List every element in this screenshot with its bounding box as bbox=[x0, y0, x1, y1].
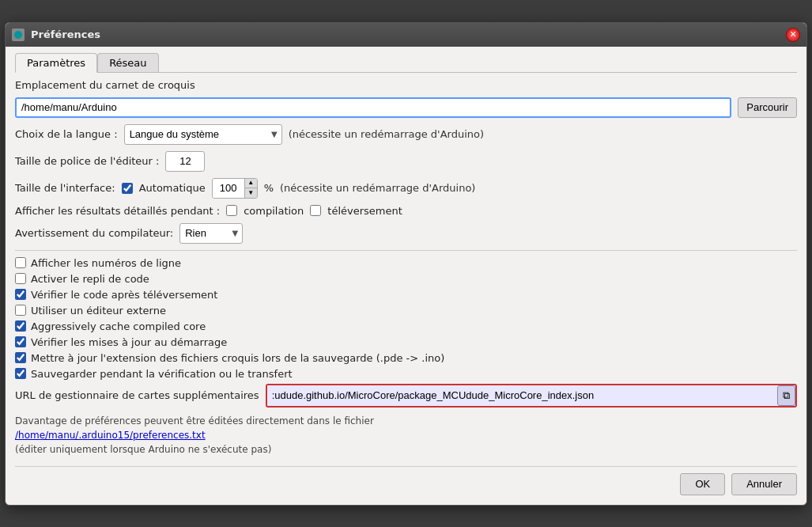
checkbox-save-verify: Sauvegarder pendant la vérification ou l… bbox=[15, 368, 797, 380]
compiler-warning-label: Avertissement du compilateur: bbox=[15, 227, 173, 239]
sketchbook-row: Emplacement du carnet de croquis bbox=[15, 79, 797, 91]
preferences-window: Préférences ✕ Paramètres Réseau Emplacem… bbox=[5, 22, 807, 506]
sketchbook-label: Emplacement du carnet de croquis bbox=[15, 79, 195, 91]
fold-code-label[interactable]: Activer le repli de code bbox=[31, 273, 149, 285]
footer-line2: (éditer uniquement lorsque Arduino ne s'… bbox=[15, 444, 271, 455]
additional-urls-label: URL de gestionnaire de cartes supplément… bbox=[15, 389, 259, 401]
verbose-upload-label[interactable]: téléversement bbox=[327, 205, 402, 217]
verbose-row: Afficher les résultats détaillés pendant… bbox=[15, 205, 797, 217]
check-updates-checkbox[interactable] bbox=[15, 336, 26, 347]
external-editor-checkbox[interactable] bbox=[15, 305, 26, 316]
verbose-upload-checkbox[interactable] bbox=[310, 205, 321, 216]
language-select-wrap: Langue du système ▼ bbox=[124, 124, 282, 145]
additional-urls-section: URL de gestionnaire de cartes supplément… bbox=[15, 384, 797, 408]
language-select[interactable]: Langue du système bbox=[124, 124, 282, 145]
interface-size-note: (nécessite un redémarrage d'Arduino) bbox=[280, 182, 475, 194]
compiler-warning-select-wrap: Rien Défaut Plus Tout ▼ bbox=[179, 223, 243, 244]
tab-reseau[interactable]: Réseau bbox=[97, 53, 158, 72]
checkbox-aggressive-cache: Aggressively cache compiled core bbox=[15, 320, 797, 332]
checkboxes-section: Afficher les numéros de ligne Activer le… bbox=[15, 257, 797, 380]
footer-path[interactable]: /home/manu/.arduino15/preferences.txt bbox=[15, 430, 206, 441]
interface-size-label: Taille de l'interface: bbox=[15, 182, 115, 194]
sketchbook-input[interactable] bbox=[15, 97, 731, 118]
additional-urls-input[interactable] bbox=[267, 385, 777, 406]
save-verify-label[interactable]: Sauvegarder pendant la vérification ou l… bbox=[31, 368, 293, 380]
window-content: Paramètres Réseau Emplacement du carnet … bbox=[6, 47, 806, 505]
svg-point-0 bbox=[14, 31, 22, 39]
verify-upload-label[interactable]: Vérifier le code après téléversement bbox=[31, 289, 217, 301]
divider-2 bbox=[15, 466, 797, 467]
interface-size-row: Taille de l'interface: Automatique ▲ ▼ %… bbox=[15, 178, 797, 199]
auto-size-label[interactable]: Automatique bbox=[139, 182, 206, 194]
save-verify-checkbox[interactable] bbox=[15, 368, 26, 379]
footer-text: Davantage de préférences peuvent être éd… bbox=[15, 414, 797, 457]
titlebar: Préférences ✕ bbox=[6, 23, 806, 47]
font-size-label: Taille de police de l'éditeur : bbox=[15, 155, 159, 167]
interface-size-spinner: ▲ ▼ bbox=[212, 178, 258, 199]
checkbox-fold-code: Activer le repli de code bbox=[15, 273, 797, 285]
tabs-bar: Paramètres Réseau bbox=[15, 53, 797, 73]
interface-size-value[interactable] bbox=[213, 179, 244, 198]
language-row: Choix de la langue : Langue du système ▼… bbox=[15, 124, 797, 145]
fold-code-checkbox[interactable] bbox=[15, 273, 26, 284]
verbose-label: Afficher les résultats détaillés pendant… bbox=[15, 205, 220, 217]
checkbox-update-extension: Mettre à jour l'extension des fichiers c… bbox=[15, 352, 797, 364]
app-icon bbox=[12, 28, 25, 41]
verify-upload-checkbox[interactable] bbox=[15, 289, 26, 300]
check-updates-label[interactable]: Vérifier les mises à jour au démarrage bbox=[31, 336, 227, 348]
external-editor-label[interactable]: Utiliser un éditeur externe bbox=[31, 305, 166, 317]
line-numbers-checkbox[interactable] bbox=[15, 257, 26, 268]
window-title: Préférences bbox=[31, 28, 780, 40]
interface-size-unit: % bbox=[264, 182, 274, 194]
checkbox-check-updates: Vérifier les mises à jour au démarrage bbox=[15, 336, 797, 348]
action-buttons: OK Annuler bbox=[15, 473, 797, 495]
footer-line1: Davantage de préférences peuvent être éd… bbox=[15, 415, 374, 427]
divider-1 bbox=[15, 250, 797, 251]
spinner-down[interactable]: ▼ bbox=[244, 188, 257, 199]
checkbox-external-editor: Utiliser un éditeur externe bbox=[15, 305, 797, 317]
font-size-input[interactable] bbox=[165, 151, 205, 172]
aggressive-cache-label[interactable]: Aggressively cache compiled core bbox=[31, 320, 206, 332]
aggressive-cache-checkbox[interactable] bbox=[15, 320, 26, 332]
auto-size-checkbox[interactable] bbox=[122, 183, 133, 194]
compiler-warning-row: Avertissement du compilateur: Rien Défau… bbox=[15, 223, 797, 244]
checkbox-line-numbers: Afficher les numéros de ligne bbox=[15, 257, 797, 269]
tab-parametres[interactable]: Paramètres bbox=[15, 53, 97, 73]
cancel-button[interactable]: Annuler bbox=[731, 473, 797, 495]
language-label: Choix de la langue : bbox=[15, 128, 118, 140]
language-note: (nécessite un redémarrage d'Arduino) bbox=[289, 128, 484, 140]
compiler-warning-select[interactable]: Rien Défaut Plus Tout bbox=[179, 223, 243, 244]
verbose-compilation-checkbox[interactable] bbox=[226, 205, 237, 216]
spinner-up[interactable]: ▲ bbox=[244, 178, 257, 188]
close-button[interactable]: ✕ bbox=[786, 28, 800, 42]
ok-button[interactable]: OK bbox=[680, 473, 725, 495]
update-extension-checkbox[interactable] bbox=[15, 352, 26, 363]
update-extension-label[interactable]: Mettre à jour l'extension des fichiers c… bbox=[31, 352, 444, 364]
url-outer-border: ⧉ bbox=[266, 384, 797, 408]
font-size-row: Taille de police de l'éditeur : bbox=[15, 151, 797, 172]
checkbox-verify-upload: Vérifier le code après téléversement bbox=[15, 289, 797, 301]
browse-button[interactable]: Parcourir bbox=[738, 97, 797, 118]
sketchbook-input-row: Parcourir bbox=[15, 97, 797, 118]
line-numbers-label[interactable]: Afficher les numéros de ligne bbox=[31, 257, 181, 269]
spinner-buttons: ▲ ▼ bbox=[244, 178, 257, 199]
url-open-button[interactable]: ⧉ bbox=[777, 385, 795, 406]
verbose-compilation-label[interactable]: compilation bbox=[244, 205, 304, 217]
